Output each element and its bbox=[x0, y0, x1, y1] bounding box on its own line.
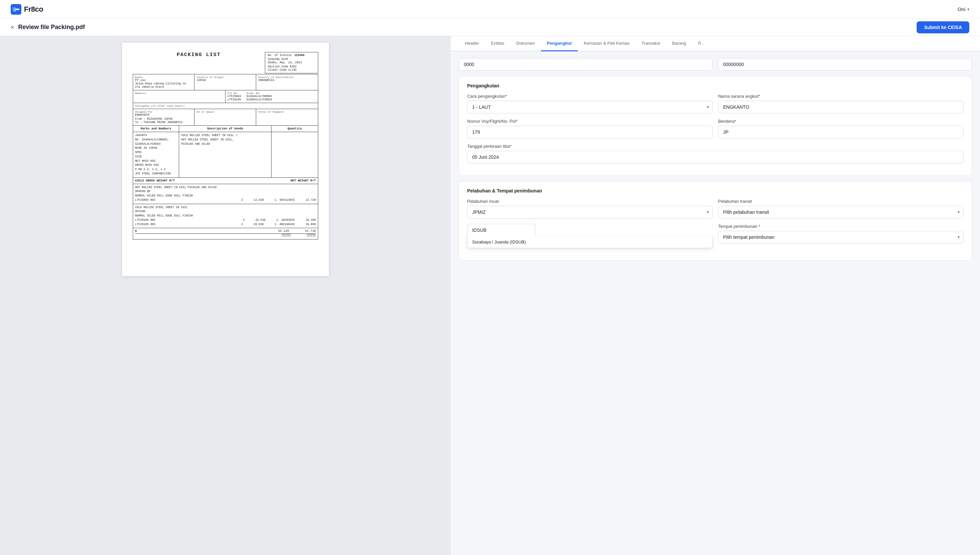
pelabuhan-section: Pelabuhan & Tempat penimbunan Pelabuhan … bbox=[459, 181, 972, 260]
pdf-invoice-label: No. of Invoice bbox=[268, 54, 292, 57]
page-header-left: × Review file Packing.pdf bbox=[11, 24, 85, 30]
pdf-sc-1: LTF25804 bbox=[228, 95, 241, 98]
cara-nama-row: Cara pengangkutan* 1 - LAUT 2 - UDARA 3 … bbox=[467, 94, 964, 114]
cara-pengangkutan-group: Cara pengangkutan* 1 - LAUT 2 - UDARA 3 … bbox=[467, 94, 712, 114]
pdf-order-label: Order No. bbox=[247, 92, 272, 95]
tempat-penimbunan-label: Tempat penimbunan * bbox=[718, 224, 964, 229]
logo-text: Fr8co bbox=[24, 5, 43, 14]
bongkar-dropdown: Surabaya / Juanda (IDSUB) bbox=[467, 236, 712, 248]
pdf-to-label: To : bbox=[135, 121, 142, 124]
tab-pengangkut[interactable]: Pengangkut bbox=[541, 36, 578, 51]
pdf-buyer-address: Jalan Raya cakung cilincing no 27a Jakar… bbox=[135, 82, 192, 89]
user-menu[interactable]: Oni ▾ bbox=[958, 6, 969, 12]
pdf-title: PACKING LIST bbox=[133, 52, 265, 58]
nomor-voy-input[interactable] bbox=[467, 126, 712, 138]
pelabuhan-muat-select-wrapper: JPMIZ JPOSA JPTYO ▾ bbox=[467, 206, 712, 218]
pdf-from-label: From : bbox=[135, 117, 146, 121]
close-button[interactable]: × bbox=[11, 24, 14, 30]
field2-group bbox=[718, 58, 972, 71]
pelabuhan-muat-select[interactable]: JPMIZ JPOSA JPTYO bbox=[467, 206, 712, 218]
tab-header[interactable]: Header bbox=[459, 36, 485, 51]
pdf-description-data: COLD ROLLED STEEL SHEET IN COIL / HOT RO… bbox=[179, 132, 271, 178]
field1-input[interactable] bbox=[459, 58, 712, 71]
pdf-item-2: COLD ROLLED STEEL SHEET IN COIL SPCS90 N… bbox=[133, 204, 318, 228]
bongkar-input-wrapper: Surabaya / Juanda (IDSUB) bbox=[467, 224, 712, 248]
pdf-buyer-label: Buyer bbox=[135, 76, 192, 79]
cara-select-wrapper: 1 - LAUT 2 - UDARA 3 - DARAT ▾ bbox=[467, 101, 712, 114]
pdf-page: PACKING LIST No. of Invoice 123456 ISSUI… bbox=[122, 43, 329, 276]
tab-more[interactable]: P... bbox=[692, 36, 710, 51]
form-pane: Header Entitas Dokumen Pengangkut Kemasa… bbox=[451, 36, 980, 555]
pdf-to-value: TANJUNG PRIOK INDONESIA bbox=[143, 121, 183, 124]
pdf-shipped-value: ENGKANTO bbox=[135, 114, 192, 117]
bongkar-suggestion-item[interactable]: Surabaya / Juanda (IDSUB) bbox=[467, 236, 712, 248]
pdf-col-quantity: Quantity bbox=[271, 126, 318, 132]
tab-entitas[interactable]: Entitas bbox=[485, 36, 510, 51]
main-content: PACKING LIST No. of Invoice 123456 ISSUI… bbox=[0, 36, 980, 555]
pelabuhan-title: Pelabuhan & Tempat penimbunan bbox=[467, 188, 964, 194]
tab-kemasan[interactable]: Kemasan & Peti Kemas bbox=[578, 36, 635, 51]
logo[interactable]: Fr8co bbox=[11, 4, 43, 14]
tab-dokumen[interactable]: Dokumen bbox=[510, 36, 541, 51]
pelabuhan-bongkar-input[interactable] bbox=[467, 224, 536, 236]
pdf-order-1: S2404ALALYHR003 bbox=[247, 95, 272, 98]
pelabuhan-transit-select[interactable]: Pilih pelabuhan transit bbox=[718, 206, 964, 218]
pdf-sc-2: LTF28105 bbox=[228, 98, 241, 101]
pdf-shipped-label: Shipped Per bbox=[135, 111, 192, 114]
bongkar-penimbunan-row: Surabaya / Juanda (IDSUB) Tempat penimbu… bbox=[467, 224, 964, 248]
tab-transaksi[interactable]: Transaksi bbox=[635, 36, 666, 51]
tempat-penimbunan-group: Tempat penimbunan * Pilih tempat penimbu… bbox=[718, 224, 964, 248]
page-header: × Review file Packing.pdf Submit ke CEIS… bbox=[0, 19, 980, 36]
pdf-on-about-label: On or About bbox=[196, 111, 254, 114]
nama-sarana-label: Nama sarana angkut* bbox=[718, 94, 964, 99]
pengangkutan-title: Pengangkutan bbox=[467, 83, 964, 88]
pdf-origin-label: Country of Origin bbox=[196, 76, 254, 79]
pdf-net-weight-header: NET WEIGHT M/T bbox=[290, 179, 316, 183]
bendera-label: Bendera* bbox=[718, 119, 964, 124]
tempat-penimbunan-select[interactable]: Pilih tempat penimbunan bbox=[718, 231, 964, 244]
pdf-section-code: Section Code BJK2 bbox=[268, 65, 315, 68]
pdf-preview-pane: PACKING LIST No. of Invoice 123456 ISSUI… bbox=[0, 36, 451, 555]
pdf-total-net: 51.710 bbox=[305, 229, 316, 233]
pdf-col-marks: Marks and Numbers bbox=[133, 126, 180, 132]
pdf-client-code: Client Code 1L13C bbox=[268, 68, 315, 72]
pdf-destination-label: Country of Destination bbox=[258, 76, 316, 79]
pdf-totals: 6 52.120 51.710 ===== ===== bbox=[133, 228, 318, 239]
cara-label: Cara pengangkutan* bbox=[467, 94, 712, 99]
tanggal-group: Tanggal perkiraan tiba* bbox=[467, 144, 964, 164]
pdf-col-description: Description of Goods bbox=[179, 126, 271, 132]
logo-icon bbox=[11, 4, 21, 14]
pelabuhan-muat-label: Pelabuhan muat bbox=[467, 199, 712, 204]
cara-pengangkutan-select[interactable]: 1 - LAUT 2 - UDARA 3 - DARAT bbox=[467, 101, 712, 114]
form-content: Pengangkutan Cara pengangkutan* 1 - LAUT… bbox=[451, 51, 980, 273]
tempat-penimbunan-select-wrapper: Pilih tempat penimbunan ▾ bbox=[718, 231, 964, 244]
field1-group bbox=[459, 58, 712, 71]
pdf-order-2: S2405ALALYCROO4 bbox=[247, 98, 272, 101]
pdf-sc-label: S/C No. bbox=[228, 92, 241, 95]
pdf-total-gross: 52.120 bbox=[278, 229, 289, 233]
tanggal-row: Tanggal perkiraan tiba* bbox=[467, 144, 964, 164]
voy-bendera-row: Nomor Voy/Flight/No. Pol* Bendera* bbox=[467, 119, 964, 138]
pelabuhan-bongkar-group: Surabaya / Juanda (IDSUB) bbox=[467, 224, 712, 248]
pdf-remarks-label: Remarks bbox=[135, 92, 223, 95]
pelabuhan-transit-select-wrapper: Pilih pelabuhan transit ▾ bbox=[718, 206, 964, 218]
pdf-terms-label: Terms of Payment bbox=[258, 111, 316, 114]
tab-barang[interactable]: Barang bbox=[666, 36, 692, 51]
pdf-issuing-date-value: OSAKA, May. 24, 2024 bbox=[268, 61, 315, 64]
field2-input[interactable] bbox=[718, 58, 972, 71]
pelabuhan-transit-label: Pelabuhan transit bbox=[718, 199, 964, 204]
pdf-origin-value: JAPAN bbox=[196, 79, 254, 82]
pdf-quantity-data bbox=[271, 132, 318, 178]
pelabuhan-transit-group: Pelabuhan transit Pilih pelabuhan transi… bbox=[718, 199, 964, 218]
pdf-coils-header: COILS GROSS WEIGHT M/T bbox=[135, 179, 175, 183]
bendera-input[interactable] bbox=[718, 126, 964, 138]
pdf-consignee-label: Consignee (if other than buyer) bbox=[135, 104, 316, 107]
pdf-from-value: MIZUSHIMA JAPAN bbox=[147, 117, 172, 121]
page-title: Review file Packing.pdf bbox=[18, 24, 85, 30]
nomor-voy-group: Nomor Voy/Flight/No. Pol* bbox=[467, 119, 712, 138]
submit-ceisa-button[interactable]: Submit ke CEISA bbox=[917, 21, 969, 34]
chevron-down-icon: ▾ bbox=[967, 7, 969, 12]
nama-sarana-input[interactable] bbox=[718, 101, 964, 114]
pdf-total-qty: 6 bbox=[135, 229, 137, 233]
tanggal-input[interactable] bbox=[467, 151, 964, 164]
